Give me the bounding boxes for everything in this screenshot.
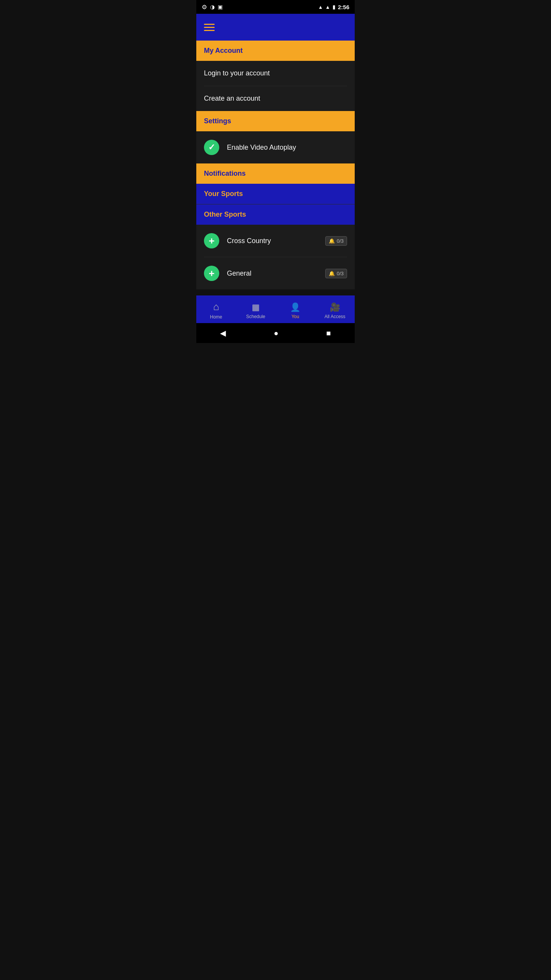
- nav-all-access[interactable]: All Access: [320, 302, 350, 319]
- status-bar: 2:56: [196, 0, 355, 14]
- hamburger-line-2: [204, 27, 215, 28]
- your-sports-label: Your Sports: [204, 190, 243, 198]
- cross-country-label: Cross Country: [227, 237, 271, 245]
- cross-country-item[interactable]: Cross Country 0/3: [204, 225, 347, 257]
- create-account-item[interactable]: Create an account: [204, 86, 347, 111]
- video-icon: [330, 302, 340, 312]
- recents-button[interactable]: ■: [326, 329, 331, 338]
- status-left-icons: [202, 3, 223, 11]
- home-label: Home: [210, 314, 222, 320]
- bottom-nav: Home Schedule You All Access: [196, 296, 355, 323]
- other-sports-section-header[interactable]: Other Sports: [196, 204, 355, 225]
- check-icon-container: [204, 140, 219, 155]
- you-label: You: [292, 314, 299, 319]
- all-access-label: All Access: [324, 314, 346, 319]
- general-badge[interactable]: 0/3: [325, 269, 347, 278]
- hamburger-menu[interactable]: [204, 24, 215, 31]
- my-account-section-header[interactable]: My Account: [196, 41, 355, 61]
- other-sports-content: Cross Country 0/3 General 0/3: [196, 225, 355, 289]
- hamburger-line-3: [204, 30, 215, 31]
- general-label: General: [227, 270, 251, 278]
- my-account-label: My Account: [204, 47, 243, 54]
- sd-icon: [218, 4, 223, 10]
- back-button[interactable]: ◀: [220, 328, 226, 338]
- signal-icon: [325, 4, 330, 10]
- nav-you[interactable]: You: [280, 302, 311, 319]
- login-item[interactable]: Login to your account: [204, 61, 347, 86]
- plus-circle-icon-2: [204, 266, 219, 281]
- create-account-label: Create an account: [204, 95, 260, 103]
- you-icon: [290, 302, 300, 312]
- your-sports-section-header[interactable]: Your Sports: [196, 184, 355, 204]
- battery-icon: [333, 4, 336, 10]
- status-right-icons: 2:56: [318, 4, 349, 10]
- general-badge-value: 0/3: [337, 271, 344, 276]
- hamburger-line-1: [204, 24, 215, 25]
- settings-content: Enable Video Autoplay: [196, 131, 355, 163]
- circle-icon: [210, 4, 215, 10]
- cross-country-badge[interactable]: 0/3: [325, 236, 347, 246]
- autoplay-label: Enable Video Autoplay: [227, 144, 296, 152]
- home-icon: [213, 301, 219, 313]
- cross-country-add-icon: [204, 233, 219, 248]
- autoplay-item[interactable]: Enable Video Autoplay: [204, 131, 347, 163]
- gear-icon: [202, 3, 207, 11]
- cross-country-badge-value: 0/3: [337, 238, 344, 244]
- top-nav-bar: [196, 14, 355, 41]
- plus-circle-icon: [204, 233, 219, 248]
- notifications-section-header[interactable]: Notifications: [196, 163, 355, 184]
- settings-section-header[interactable]: Settings: [196, 111, 355, 131]
- login-label: Login to your account: [204, 69, 270, 77]
- check-circle-icon: [204, 140, 219, 155]
- nav-schedule[interactable]: Schedule: [240, 302, 271, 319]
- notifications-label: Notifications: [204, 170, 246, 177]
- general-add-icon: [204, 266, 219, 281]
- wifi-icon: [318, 4, 323, 10]
- home-button[interactable]: ●: [274, 329, 278, 338]
- my-account-content: Login to your account Create an account: [196, 61, 355, 111]
- settings-label: Settings: [204, 117, 231, 125]
- general-item[interactable]: General 0/3: [204, 257, 347, 289]
- android-nav-bar: ◀ ● ■: [196, 323, 355, 343]
- status-time: 2:56: [338, 4, 349, 10]
- other-sports-label: Other Sports: [204, 211, 246, 218]
- nav-home[interactable]: Home: [201, 301, 231, 320]
- schedule-icon: [252, 302, 260, 312]
- schedule-label: Schedule: [246, 314, 265, 319]
